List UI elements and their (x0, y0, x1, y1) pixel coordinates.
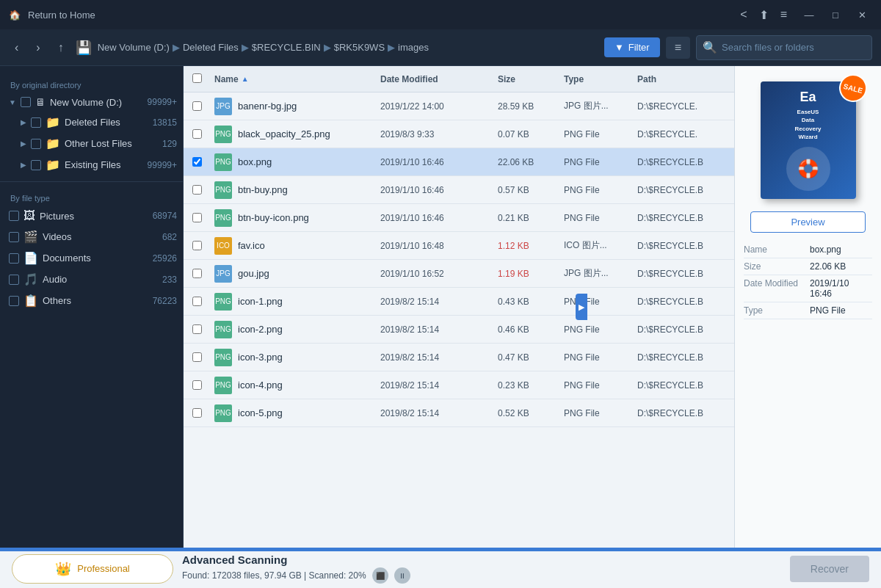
sidebar-item-volume[interactable]: ▼ 🖥 New Volume (D:) 99999+ (0, 92, 183, 112)
file-info-value-name: box.png (810, 244, 841, 255)
sidebar-item-lost[interactable]: ▶ 📁 Other Lost Files 129 (0, 133, 183, 154)
checkbox-pictures[interactable] (9, 211, 19, 221)
table-row[interactable]: PNG icon-4.png 2019/8/2 15:14 0.23 KB PN… (184, 371, 734, 399)
row-date-11: 2019/8/2 15:14 (380, 408, 498, 418)
row-checkbox-6[interactable] (192, 269, 202, 278)
breadcrumb-item-4[interactable]: $RK5K9WS (334, 42, 385, 53)
row-checkbox-7[interactable] (192, 297, 202, 306)
main-area: By original directory ▼ 🖥 New Volume (D:… (0, 66, 881, 548)
checkbox-volume[interactable] (21, 97, 31, 107)
sidebar-item-documents[interactable]: 📄 Documents 25926 (0, 247, 183, 269)
table-row[interactable]: PNG icon-3.png 2019/8/2 15:14 0.47 KB PN… (184, 344, 734, 371)
checkbox-audio[interactable] (9, 275, 19, 285)
file-thumb-1: PNG (214, 126, 232, 143)
maximize-button[interactable]: □ (825, 4, 846, 25)
professional-button[interactable]: 👑 Professional (12, 554, 173, 584)
pause-button[interactable]: ⏸ (394, 567, 410, 584)
col-header-date[interactable]: Date Modified (380, 74, 498, 84)
sidebar-item-videos[interactable]: 🎬 Videos 682 (0, 226, 183, 247)
row-checkbox-10[interactable] (192, 380, 202, 390)
recover-button[interactable]: Recover (790, 556, 869, 582)
breadcrumb-item-5[interactable]: images (398, 42, 429, 53)
tree-toggle-existing[interactable]: ▶ (21, 161, 26, 169)
checkbox-lost[interactable] (31, 139, 41, 149)
panel-expand-arrow[interactable]: ▶ (576, 294, 587, 320)
table-row[interactable]: ICO fav.ico 2019/1/10 16:48 1.12 KB ICO … (184, 232, 734, 260)
sidebar-item-deleted[interactable]: ▶ 📁 Deleted Files 13815 (0, 112, 183, 133)
close-button[interactable]: ✕ (852, 4, 872, 25)
sidebar-item-others[interactable]: 📋 Others 76223 (0, 290, 183, 311)
checkbox-documents[interactable] (9, 253, 19, 264)
search-input[interactable] (722, 42, 866, 53)
row-checkbox-cell (192, 269, 214, 278)
row-checkbox-11[interactable] (192, 408, 202, 418)
back-button[interactable]: ‹ (9, 38, 24, 57)
view-menu-button[interactable]: ≡ (666, 37, 690, 59)
tree-toggle-lost[interactable]: ▶ (21, 139, 26, 148)
product-image: SALE Ea EaseUSDataRecoveryWizard 🛟 (761, 81, 856, 199)
sidebar-count-existing: 99999+ (148, 160, 177, 170)
table-row[interactable]: PNG box.png 2019/1/10 16:46 22.06 KB PNG… (184, 148, 734, 176)
table-row[interactable]: PNG icon-5.png 2019/8/2 15:14 0.52 KB PN… (184, 399, 734, 427)
share-icon[interactable]: < (740, 8, 747, 21)
minimize-button[interactable]: — (799, 4, 819, 25)
row-path-8: D:\$RECYCLE.B (637, 324, 725, 335)
tree-toggle-deleted[interactable]: ▶ (21, 118, 26, 126)
table-row[interactable]: PNG black_opacity_25.png 2019/8/3 9:33 0… (184, 120, 734, 148)
row-path-9: D:\$RECYCLE.B (637, 352, 725, 363)
table-row[interactable]: PNG btn-buy-icon.png 2019/1/10 16:46 0.2… (184, 204, 734, 232)
row-checkbox-1[interactable] (192, 129, 202, 139)
preview-button[interactable]: Preview (750, 211, 866, 233)
checkbox-others[interactable] (9, 296, 19, 306)
tree-toggle-volume[interactable]: ▼ (9, 98, 16, 106)
table-row[interactable]: JPG banenr-bg.jpg 2019/1/22 14:00 28.59 … (184, 92, 734, 120)
col-header-type[interactable]: Type (564, 74, 637, 84)
row-filename-8: icon-2.png (238, 324, 283, 335)
row-checkbox-5[interactable] (192, 241, 202, 250)
forward-button[interactable]: › (30, 38, 46, 57)
table-row[interactable]: JPG gou.jpg 2019/1/10 16:52 1.19 KB JPG … (184, 260, 734, 288)
breadcrumb-sep-2: ▶ (242, 42, 249, 53)
documents-icon: 📄 (23, 251, 38, 265)
table-row[interactable]: PNG btn-buy.png 2019/1/10 16:46 0.57 KB … (184, 176, 734, 204)
checkbox-existing[interactable] (31, 160, 41, 170)
table-row[interactable]: PNG icon-1.png 2019/8/2 15:14 0.43 KB PN… (184, 288, 734, 316)
stop-button[interactable]: ⬛ (372, 567, 388, 584)
up-button[interactable]: ↑ (52, 38, 70, 57)
row-checkbox-2[interactable] (192, 157, 202, 167)
videos-icon: 🎬 (23, 230, 38, 244)
breadcrumb-item-2[interactable]: Deleted Files (183, 42, 239, 53)
drive-icon: 💾 (76, 40, 92, 56)
sidebar-item-audio[interactable]: 🎵 Audio 233 (0, 269, 183, 290)
checkbox-videos[interactable] (9, 232, 19, 242)
hamburger-icon[interactable]: ≡ (780, 8, 787, 21)
checkbox-deleted[interactable] (31, 117, 41, 128)
sidebar-label-videos: Videos (43, 231, 72, 242)
filter-button[interactable]: ▼ Filter (604, 37, 660, 57)
row-checkbox-0[interactable] (192, 101, 202, 111)
row-checkbox-8[interactable] (192, 324, 202, 334)
breadcrumb-item-3[interactable]: $RECYCLE.BIN (252, 42, 321, 53)
file-thumb-5: ICO (214, 237, 232, 255)
row-checkbox-4[interactable] (192, 213, 202, 222)
row-checkbox-3[interactable] (192, 185, 202, 195)
sidebar: By original directory ▼ 🖥 New Volume (D:… (0, 66, 184, 548)
sidebar-item-existing[interactable]: ▶ 📁 Existing Files 99999+ (0, 154, 183, 175)
sidebar-label-deleted: Deleted Files (65, 117, 120, 128)
table-row[interactable]: PNG icon-2.png 2019/8/2 15:14 0.46 KB PN… (184, 316, 734, 344)
col-header-name[interactable]: Name ▲ (214, 74, 380, 84)
breadcrumb-item-1[interactable]: New Volume (D:) (98, 42, 170, 53)
search-box[interactable]: 🔍 (696, 35, 872, 60)
row-checkbox-9[interactable] (192, 352, 202, 362)
row-size-6: 1.19 KB (498, 269, 564, 279)
upload-icon[interactable]: ⬆ (759, 8, 769, 22)
sidebar-label-documents: Documents (43, 253, 91, 264)
select-all-checkbox[interactable] (192, 73, 202, 83)
col-header-path[interactable]: Path (637, 74, 725, 84)
folder-icon-existing: 📁 (46, 158, 60, 172)
sidebar-item-pictures[interactable]: 🖼 Pictures 68974 (0, 206, 183, 226)
col-header-size[interactable]: Size (498, 74, 564, 84)
row-size-1: 0.07 KB (498, 129, 564, 139)
row-filename-1: black_opacity_25.png (238, 128, 330, 139)
crown-icon: 👑 (55, 561, 71, 577)
